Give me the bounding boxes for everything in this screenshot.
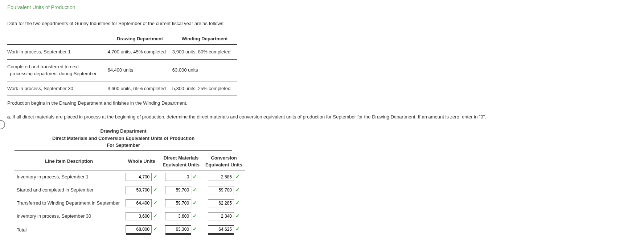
check-icon: ✓: [153, 226, 157, 232]
check-icon: ✓: [193, 226, 197, 232]
check-icon: ✓: [153, 200, 157, 206]
row-label: Work in process, September 1: [7, 45, 107, 60]
table-row: Inventory in process, September 1 ✓ ✓ ✓: [15, 170, 245, 184]
input-whole-units[interactable]: [126, 212, 152, 220]
input-dm[interactable]: [165, 173, 191, 181]
question-letter: a.: [7, 114, 11, 120]
col-header-winding: Winding Department: [172, 33, 237, 45]
check-icon: ✓: [153, 174, 157, 180]
intro-text: Data for the two departments of Gurley I…: [7, 20, 637, 27]
input-dm[interactable]: [165, 186, 191, 194]
input-whole-units[interactable]: [126, 186, 152, 194]
check-icon: ✓: [235, 226, 240, 232]
col-dm-eu: Direct MaterialsEquivalent Units: [160, 153, 202, 170]
check-icon: ✓: [235, 174, 240, 180]
table-row: Transferred to Winding Department in Sep…: [15, 197, 245, 210]
cell-value: 4,700 units, 45% completed: [107, 45, 172, 60]
cell-value: 64,400 units: [107, 59, 172, 81]
question-a: a. If all direct materials are placed in…: [7, 113, 637, 121]
input-conv[interactable]: [208, 225, 234, 233]
col-line-item: Line Item Description: [15, 153, 123, 170]
check-icon: ✓: [235, 200, 240, 206]
input-whole-units[interactable]: [126, 173, 152, 181]
check-icon: ✓: [193, 213, 197, 219]
question-text: If all direct materials are placed in pr…: [11, 114, 486, 120]
cell-value: 63,000 units: [172, 59, 237, 81]
input-dm[interactable]: [165, 199, 191, 207]
check-icon: ✓: [193, 174, 197, 180]
row-desc: Transferred to Winding Department in Sep…: [15, 197, 123, 210]
input-conv[interactable]: [208, 186, 234, 194]
page-title-link[interactable]: Equivalent Units of Production: [7, 4, 75, 11]
input-whole-units[interactable]: [126, 199, 152, 207]
check-icon: ✓: [235, 187, 240, 193]
cell-value: 3,900 units, 80% completed: [172, 45, 237, 60]
input-whole-units[interactable]: [126, 225, 152, 233]
side-indicator: [0, 120, 5, 129]
check-icon: ✓: [235, 213, 240, 219]
row-desc: Started and completed in September: [15, 184, 123, 197]
table-row: Work in process, September 30 3,600 unit…: [7, 81, 237, 96]
table-row: Started and completed in September ✓ ✓ ✓: [15, 184, 245, 197]
input-conv[interactable]: [208, 173, 234, 181]
table-row: Total ✓ ✓ ✓: [15, 223, 245, 237]
cell-value: 5,300 units, 25% completed: [172, 81, 237, 96]
row-desc: Inventory in process, September 1: [15, 170, 123, 184]
row-desc: Inventory in process, September 30: [15, 210, 123, 223]
row-label: Work in process, September 30: [7, 81, 107, 96]
check-icon: ✓: [193, 200, 197, 206]
row-desc: Total: [15, 223, 123, 237]
input-dm[interactable]: [165, 212, 191, 220]
cell-value: 3,600 units, 65% completed: [107, 81, 172, 96]
col-header-drawing: Drawing Department: [107, 33, 172, 45]
row-label: Completed and transferred to next proces…: [7, 59, 107, 81]
production-note: Production begins in the Drawing Departm…: [7, 100, 637, 107]
input-conv[interactable]: [208, 212, 234, 220]
table-row: Work in process, September 1 4,700 units…: [7, 45, 237, 60]
check-icon: ✓: [153, 213, 157, 219]
check-icon: ✓: [193, 187, 197, 193]
check-icon: ✓: [153, 187, 157, 193]
answer-table-title: Drawing Department Direct Materials and …: [15, 128, 232, 151]
answer-table: Line Item Description Whole Units Direct…: [15, 153, 245, 237]
table-row: Inventory in process, September 30 ✓ ✓ ✓: [15, 210, 245, 223]
departments-data-table: Drawing Department Winding Department Wo…: [7, 33, 237, 96]
col-whole-units: Whole Units: [123, 153, 160, 170]
input-conv[interactable]: [208, 199, 234, 207]
input-dm[interactable]: [165, 225, 191, 233]
col-conv-eu: ConversionEquivalent Units: [202, 153, 245, 170]
table-row: Completed and transferred to next proces…: [7, 59, 237, 81]
